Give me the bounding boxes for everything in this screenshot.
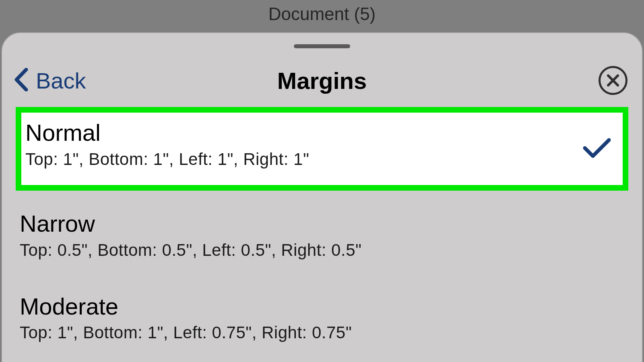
option-desc: Top: 1", Bottom: 1", Left: 1", Right: 1" xyxy=(25,150,619,169)
option-desc: Top: 1", Bottom: 1", Left: 0.75", Right:… xyxy=(20,323,624,342)
checkmark-icon xyxy=(582,137,611,161)
margins-sheet: Back Margins Normal Top: 1", Bottom: 1",… xyxy=(1,32,643,362)
margin-options-list: Normal Top: 1", Bottom: 1", Left: 1", Ri… xyxy=(2,107,642,356)
option-name: Narrow xyxy=(20,211,624,237)
back-button[interactable]: Back xyxy=(13,68,86,94)
option-name: Moderate xyxy=(20,294,624,319)
margin-option-narrow[interactable]: Narrow Top: 0.5", Bottom: 0.5", Left: 0.… xyxy=(16,201,628,274)
sheet-title: Margins xyxy=(277,67,367,94)
document-title: Document (5) xyxy=(0,0,644,24)
sheet-nav: Back Margins xyxy=(2,66,642,107)
close-button[interactable] xyxy=(599,66,627,95)
option-name: Normal xyxy=(25,120,619,146)
sheet-grabber[interactable] xyxy=(294,44,350,48)
option-desc: Top: 0.5", Bottom: 0.5", Left: 0.5", Rig… xyxy=(20,241,624,260)
chevron-left-icon xyxy=(13,68,29,93)
margin-option-normal[interactable]: Normal Top: 1", Bottom: 1", Left: 1", Ri… xyxy=(16,107,628,191)
margin-option-moderate[interactable]: Moderate Top: 1", Bottom: 1", Left: 0.75… xyxy=(16,284,628,356)
back-label: Back xyxy=(36,68,86,94)
